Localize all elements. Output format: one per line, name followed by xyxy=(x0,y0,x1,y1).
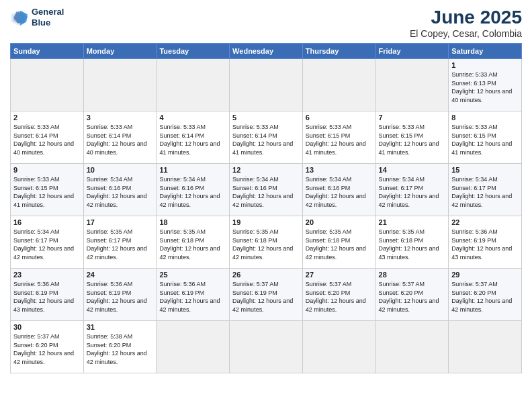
day-number: 26 xyxy=(232,271,300,279)
logo-icon xyxy=(10,8,29,27)
calendar-cell: 1Sunrise: 5:33 AMSunset: 6:13 PMDaylight… xyxy=(449,59,522,111)
calendar-cell xyxy=(230,59,303,111)
calendar-cell: 6Sunrise: 5:33 AMSunset: 6:15 PMDaylight… xyxy=(302,111,375,164)
day-info: Sunrise: 5:36 AMSunset: 6:19 PMDaylight:… xyxy=(13,280,81,314)
day-info: Sunrise: 5:34 AMSunset: 6:16 PMDaylight:… xyxy=(306,175,373,209)
calendar-cell: 24Sunrise: 5:36 AMSunset: 6:19 PMDayligh… xyxy=(83,269,157,321)
day-info: Sunrise: 5:35 AMSunset: 6:18 PMDaylight:… xyxy=(306,228,373,261)
calendar-cell: 25Sunrise: 5:36 AMSunset: 6:19 PMDayligh… xyxy=(157,269,230,321)
calendar-cell xyxy=(83,59,157,111)
day-info: Sunrise: 5:37 AMSunset: 6:20 PMDaylight:… xyxy=(379,280,446,314)
calendar-cell xyxy=(11,59,84,111)
day-info: Sunrise: 5:38 AMSunset: 6:20 PMDaylight:… xyxy=(87,332,154,366)
calendar-cell: 30Sunrise: 5:37 AMSunset: 6:20 PMDayligh… xyxy=(11,321,84,373)
svg-marker-3 xyxy=(20,10,28,25)
day-number: 29 xyxy=(451,271,519,279)
calendar-cell xyxy=(302,321,375,373)
day-info: Sunrise: 5:33 AMSunset: 6:14 PMDaylight:… xyxy=(87,123,154,156)
day-number: 5 xyxy=(232,113,300,122)
day-number: 7 xyxy=(379,113,446,122)
calendar-cell: 8Sunrise: 5:33 AMSunset: 6:15 PMDaylight… xyxy=(449,111,522,164)
calendar-cell xyxy=(157,321,230,373)
header-cell-tuesday: Tuesday xyxy=(157,44,230,59)
calendar-cell: 26Sunrise: 5:37 AMSunset: 6:19 PMDayligh… xyxy=(230,269,303,321)
day-info: Sunrise: 5:34 AMSunset: 6:17 PMDaylight:… xyxy=(13,228,81,261)
calendar-cell: 4Sunrise: 5:33 AMSunset: 6:14 PMDaylight… xyxy=(157,111,230,164)
header-cell-sunday: Sunday xyxy=(11,44,84,59)
day-info: Sunrise: 5:33 AMSunset: 6:14 PMDaylight:… xyxy=(232,123,300,156)
day-number: 8 xyxy=(451,113,519,122)
day-info: Sunrise: 5:33 AMSunset: 6:15 PMDaylight:… xyxy=(379,123,446,156)
calendar-cell: 2Sunrise: 5:33 AMSunset: 6:14 PMDaylight… xyxy=(11,111,84,164)
calendar-cell xyxy=(302,59,375,111)
calendar-cell: 10Sunrise: 5:34 AMSunset: 6:16 PMDayligh… xyxy=(83,164,157,216)
day-number: 3 xyxy=(87,113,154,122)
day-number: 11 xyxy=(159,166,226,174)
day-number: 27 xyxy=(306,271,373,279)
header-cell-thursday: Thursday xyxy=(302,44,375,59)
day-info: Sunrise: 5:37 AMSunset: 6:20 PMDaylight:… xyxy=(306,280,373,314)
day-info: Sunrise: 5:35 AMSunset: 6:18 PMDaylight:… xyxy=(232,228,300,261)
day-number: 21 xyxy=(379,218,446,226)
day-number: 17 xyxy=(87,218,154,226)
calendar-cell xyxy=(449,321,522,373)
calendar-cell: 17Sunrise: 5:35 AMSunset: 6:17 PMDayligh… xyxy=(83,216,157,269)
calendar-cell: 13Sunrise: 5:34 AMSunset: 6:16 PMDayligh… xyxy=(302,164,375,216)
calendar-cell: 28Sunrise: 5:37 AMSunset: 6:20 PMDayligh… xyxy=(375,269,449,321)
calendar-week-4: 16Sunrise: 5:34 AMSunset: 6:17 PMDayligh… xyxy=(11,216,522,269)
calendar-table: SundayMondayTuesdayWednesdayThursdayFrid… xyxy=(10,43,522,373)
day-number: 28 xyxy=(379,271,446,279)
calendar-cell: 18Sunrise: 5:35 AMSunset: 6:18 PMDayligh… xyxy=(157,216,230,269)
day-number: 2 xyxy=(13,113,81,122)
calendar-week-3: 9Sunrise: 5:33 AMSunset: 6:15 PMDaylight… xyxy=(11,164,522,216)
calendar-week-2: 2Sunrise: 5:33 AMSunset: 6:14 PMDaylight… xyxy=(11,111,522,164)
logo: General Blue xyxy=(10,7,64,28)
header-cell-wednesday: Wednesday xyxy=(230,44,303,59)
calendar-cell: 20Sunrise: 5:35 AMSunset: 6:18 PMDayligh… xyxy=(302,216,375,269)
day-number: 24 xyxy=(87,271,154,279)
page-container: General Blue June 2025 El Copey, Cesar, … xyxy=(0,0,532,380)
calendar-week-6: 30Sunrise: 5:37 AMSunset: 6:20 PMDayligh… xyxy=(11,321,522,373)
calendar-cell: 11Sunrise: 5:34 AMSunset: 6:16 PMDayligh… xyxy=(157,164,230,216)
day-info: Sunrise: 5:33 AMSunset: 6:15 PMDaylight:… xyxy=(13,175,81,209)
day-info: Sunrise: 5:35 AMSunset: 6:17 PMDaylight:… xyxy=(87,228,154,261)
day-number: 22 xyxy=(451,218,519,226)
day-number: 9 xyxy=(13,166,81,174)
day-info: Sunrise: 5:37 AMSunset: 6:20 PMDaylight:… xyxy=(451,280,519,314)
day-info: Sunrise: 5:36 AMSunset: 6:19 PMDaylight:… xyxy=(159,280,226,314)
day-number: 1 xyxy=(451,61,519,69)
calendar-cell: 15Sunrise: 5:34 AMSunset: 6:17 PMDayligh… xyxy=(449,164,522,216)
day-info: Sunrise: 5:37 AMSunset: 6:19 PMDaylight:… xyxy=(232,280,300,314)
day-info: Sunrise: 5:35 AMSunset: 6:18 PMDaylight:… xyxy=(379,228,446,261)
calendar-cell: 29Sunrise: 5:37 AMSunset: 6:20 PMDayligh… xyxy=(449,269,522,321)
day-info: Sunrise: 5:33 AMSunset: 6:15 PMDaylight:… xyxy=(306,123,373,156)
calendar-cell xyxy=(230,321,303,373)
header-cell-saturday: Saturday xyxy=(449,44,522,59)
calendar-cell: 9Sunrise: 5:33 AMSunset: 6:15 PMDaylight… xyxy=(11,164,84,216)
day-number: 4 xyxy=(159,113,226,122)
calendar-cell: 23Sunrise: 5:36 AMSunset: 6:19 PMDayligh… xyxy=(11,269,84,321)
day-number: 31 xyxy=(87,323,154,331)
calendar-week-5: 23Sunrise: 5:36 AMSunset: 6:19 PMDayligh… xyxy=(11,269,522,321)
day-number: 10 xyxy=(87,166,154,174)
title-location: El Copey, Cesar, Colombia xyxy=(410,28,522,39)
calendar-cell: 31Sunrise: 5:38 AMSunset: 6:20 PMDayligh… xyxy=(83,321,157,373)
day-info: Sunrise: 5:36 AMSunset: 6:19 PMDaylight:… xyxy=(451,228,519,261)
day-info: Sunrise: 5:34 AMSunset: 6:16 PMDaylight:… xyxy=(87,175,154,209)
calendar-cell: 14Sunrise: 5:34 AMSunset: 6:17 PMDayligh… xyxy=(375,164,449,216)
calendar-cell xyxy=(157,59,230,111)
day-number: 15 xyxy=(451,166,519,174)
day-info: Sunrise: 5:34 AMSunset: 6:16 PMDaylight:… xyxy=(159,175,226,209)
day-info: Sunrise: 5:33 AMSunset: 6:15 PMDaylight:… xyxy=(451,123,519,156)
day-info: Sunrise: 5:37 AMSunset: 6:20 PMDaylight:… xyxy=(13,332,81,366)
day-number: 25 xyxy=(159,271,226,279)
day-number: 6 xyxy=(306,113,373,122)
day-info: Sunrise: 5:35 AMSunset: 6:18 PMDaylight:… xyxy=(159,228,226,261)
day-number: 16 xyxy=(13,218,81,226)
day-number: 18 xyxy=(159,218,226,226)
day-number: 14 xyxy=(379,166,446,174)
calendar-cell: 7Sunrise: 5:33 AMSunset: 6:15 PMDaylight… xyxy=(375,111,449,164)
day-info: Sunrise: 5:36 AMSunset: 6:19 PMDaylight:… xyxy=(87,280,154,314)
calendar-cell: 5Sunrise: 5:33 AMSunset: 6:14 PMDaylight… xyxy=(230,111,303,164)
calendar-cell xyxy=(375,321,449,373)
